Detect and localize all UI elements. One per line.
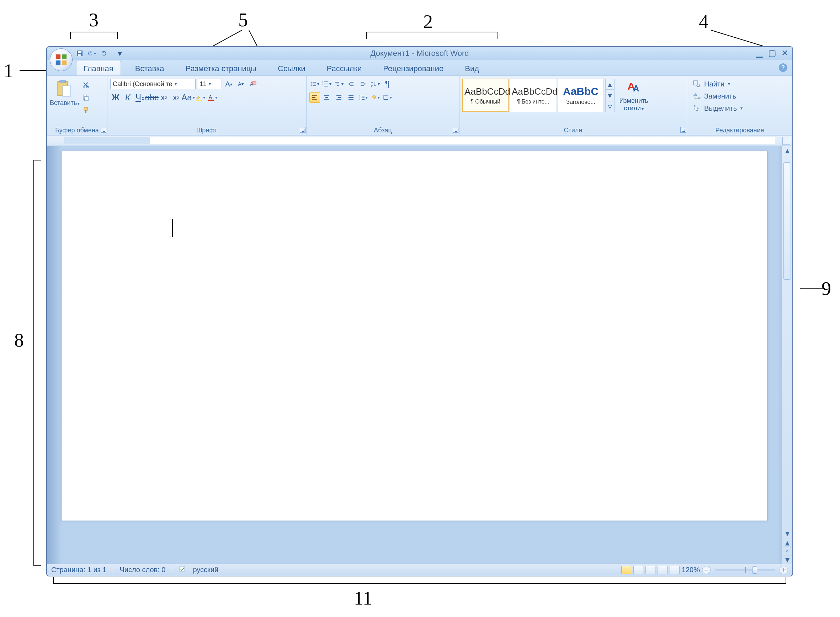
proofing-icon[interactable]	[178, 565, 186, 575]
sort-button[interactable]: AЯ	[370, 79, 380, 89]
style-gallery-scroll[interactable]: ▴ ▾ ▿	[605, 79, 615, 112]
tab-mailings[interactable]: Рассылки	[320, 61, 369, 75]
view-web-layout[interactable]	[645, 566, 656, 574]
svg-rect-65	[361, 84, 364, 84]
style-no-spacing[interactable]: AaBbCcDd ¶ Без инте...	[510, 79, 556, 112]
strike-button[interactable]: abc	[146, 92, 157, 103]
paste-button[interactable]: Вставить	[50, 77, 78, 107]
office-button[interactable]	[50, 49, 72, 71]
bold-button[interactable]: Ж	[110, 92, 121, 103]
scroll-down-icon[interactable]: ▾	[782, 529, 792, 538]
scroll-thumb[interactable]	[784, 162, 791, 280]
align-center-button[interactable]	[321, 92, 332, 103]
redo-icon[interactable]	[100, 49, 108, 58]
close-button[interactable]: ✕	[781, 49, 789, 57]
italic-button[interactable]: К	[122, 92, 133, 103]
group-editing-label: Редактирование	[690, 125, 790, 135]
style-up-icon[interactable]: ▴	[605, 79, 615, 90]
maximize-button[interactable]: ▢	[768, 49, 776, 57]
superscript-button[interactable]: x2	[171, 92, 181, 103]
styles-gallery[interactable]: AaBbCcDd ¶ Обычный AaBbCcDd ¶ Без инте..…	[462, 77, 615, 112]
copy-icon[interactable]	[80, 92, 91, 103]
subscript-button[interactable]: x2	[159, 92, 169, 103]
borders-button[interactable]	[382, 92, 393, 103]
line-spacing-button[interactable]	[358, 92, 368, 103]
vertical-scrollbar[interactable]: ▴ ▾ ▴ ◦ ▾	[782, 146, 792, 564]
undo-icon[interactable]	[87, 49, 96, 58]
change-styles-button[interactable]: AA Изменить стили	[617, 77, 651, 112]
prev-page-icon[interactable]: ▴	[782, 538, 792, 546]
font-size-combo[interactable]: 11▾	[197, 79, 222, 89]
zoom-slider[interactable]	[715, 569, 775, 571]
font-color-button[interactable]: A	[207, 92, 218, 103]
scroll-up-icon[interactable]: ▴	[782, 146, 792, 155]
svg-rect-38	[85, 96, 88, 101]
style-normal[interactable]: AaBbCcDd ¶ Обычный	[462, 79, 508, 112]
ruler-toggle-button[interactable]	[783, 137, 790, 145]
minimize-button[interactable]: ▁	[755, 49, 763, 57]
clipboard-launcher[interactable]	[101, 127, 106, 133]
underline-button[interactable]: Ч	[134, 92, 145, 103]
tab-insert[interactable]: Вставка	[128, 61, 171, 75]
status-page[interactable]: Страница: 1 из 1	[51, 566, 106, 574]
svg-rect-77	[336, 99, 341, 100]
page[interactable]	[61, 151, 768, 521]
indent-dec-button[interactable]	[346, 79, 356, 89]
align-justify-button[interactable]	[346, 92, 356, 103]
select-button[interactable]: Выделить	[692, 103, 743, 113]
find-button[interactable]: Найти	[692, 79, 743, 89]
align-right-button[interactable]	[334, 92, 344, 103]
show-marks-button[interactable]: ¶	[382, 79, 393, 89]
change-case-button[interactable]: Aa	[183, 92, 193, 103]
help-button[interactable]: ?	[779, 63, 787, 72]
shrink-font-icon[interactable]: A▾	[236, 79, 246, 89]
document-viewport[interactable]	[47, 146, 782, 564]
replace-button[interactable]: abac Заменить	[692, 92, 743, 101]
tab-view[interactable]: Вид	[458, 61, 486, 75]
align-left-button[interactable]	[309, 92, 320, 103]
tab-layout[interactable]: Разметка страницы	[178, 61, 264, 75]
style-more-icon[interactable]: ▿	[605, 101, 615, 112]
zoom-in-button[interactable]: +	[780, 566, 788, 574]
qat-customize-icon[interactable]: ▾	[116, 49, 124, 58]
browse-object-icon[interactable]: ◦	[782, 546, 792, 555]
styles-launcher[interactable]	[680, 127, 686, 133]
svg-rect-71	[312, 99, 317, 100]
style-heading1[interactable]: AaBbC Заголово...	[558, 79, 604, 112]
font-name-combo[interactable]: Calibri (Основной те▾	[110, 79, 196, 89]
multilevel-button[interactable]	[334, 79, 344, 89]
font-launcher[interactable]	[300, 127, 305, 133]
format-painter-icon[interactable]	[80, 105, 91, 116]
tab-review[interactable]: Рецензирование	[376, 61, 451, 75]
cut-icon[interactable]	[80, 79, 91, 90]
highlight-button[interactable]	[195, 92, 206, 103]
status-language[interactable]: русский	[193, 566, 218, 574]
ribbon-tabs: Главная Вставка Разметка страницы Ссылки…	[47, 60, 792, 75]
next-page-icon[interactable]: ▾	[782, 555, 792, 564]
tab-references[interactable]: Ссылки	[271, 61, 312, 75]
status-bar: Страница: 1 из 1 Число слов: 0 русский 1…	[47, 564, 792, 576]
view-outline[interactable]	[657, 566, 668, 574]
status-words[interactable]: Число слов: 0	[119, 566, 165, 574]
callout-4: 4	[699, 11, 709, 33]
view-draft[interactable]	[670, 566, 679, 574]
numbering-button[interactable]: 123	[321, 79, 332, 89]
clear-format-icon[interactable]: A	[248, 79, 258, 89]
view-print-layout[interactable]	[621, 566, 631, 574]
view-full-screen[interactable]	[634, 566, 643, 574]
shading-button[interactable]	[370, 92, 380, 103]
save-icon[interactable]	[75, 49, 84, 58]
indent-inc-button[interactable]	[358, 79, 368, 89]
horizontal-ruler[interactable]	[47, 135, 792, 146]
bullets-button[interactable]	[309, 79, 320, 89]
zoom-level[interactable]: 120%	[682, 566, 700, 574]
group-editing: Найти abac Заменить Выделить Редактирова…	[687, 76, 792, 135]
zoom-out-button[interactable]: −	[702, 566, 710, 574]
svg-rect-74	[324, 99, 329, 100]
grow-font-icon[interactable]: A▴	[223, 79, 234, 89]
scroll-track[interactable]	[782, 155, 792, 529]
style-down-icon[interactable]: ▾	[605, 90, 615, 101]
tab-home[interactable]: Главная	[76, 61, 121, 75]
paragraph-launcher[interactable]	[453, 127, 458, 133]
svg-rect-42	[252, 81, 256, 84]
